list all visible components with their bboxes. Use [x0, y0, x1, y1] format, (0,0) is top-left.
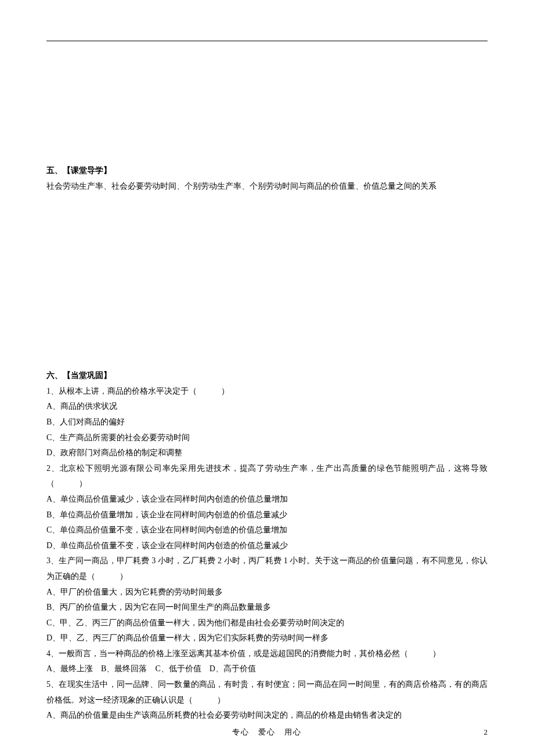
q3-option-d: D、甲、乙、丙三厂的商品价值量一样大，因为它们实际耗费的劳动时间一样多	[46, 631, 488, 646]
q3-option-c: C、甲、乙、丙三厂的商品价值量一样大，因为他们都是由社会必要劳动时间决定的	[46, 615, 488, 631]
q1-stem: 1、从根本上讲，商品的价格水平决定于（ ）	[46, 384, 488, 399]
q1-option-a: A、商品的供求状况	[46, 399, 488, 415]
q1-option-d: D、政府部门对商品价格的制定和调整	[46, 445, 488, 461]
q5-option-a: A、商品的价值量是由生产该商品所耗费的社会必要劳动时间决定的，商品的价格是由销售…	[46, 708, 488, 723]
q2-stem: 2、北京松下照明光源有限公司率先采用先进技术，提高了劳动生产率，生产出高质量的绿…	[46, 461, 488, 492]
q3-option-a: A、甲厂的价值量大，因为它耗费的劳动时间最多	[46, 585, 488, 600]
q1-option-b: B、人们对商品的偏好	[46, 415, 488, 430]
q2-option-d: D、单位商品价值量不变，该企业在同样时间内创造的价值总量减少	[46, 538, 488, 554]
q3-option-b: B、丙厂的价值量大，因为它在同一时间里生产的商品数量最多	[46, 600, 488, 615]
q2-option-b: B、单位商品价值量增加，该企业在同样时间内创造的价值总量减少	[46, 507, 488, 523]
q3-stem: 3、生产同一商品，甲厂耗费 3 小时，乙厂耗费 2 小时，丙厂耗费 1 小时。关…	[46, 553, 488, 584]
q4-stem: 4、一般而言，当一种商品的价格上涨至远离其基本价值，或是远超国民的消费能力时，其…	[46, 646, 488, 662]
section-5-heading: 五、【课堂导学】	[46, 163, 488, 179]
q2-option-c: C、单位商品价值量不变，该企业在同样时间内创造的价值总量增加	[46, 523, 488, 538]
footer-motto: 专心 爱心 用心	[0, 725, 534, 740]
page-number: 2	[484, 725, 488, 740]
q1-option-c: C、生产商品所需要的社会必要劳动时间	[46, 430, 488, 446]
q5-stem: 5、在现实生活中，同一品牌、同一数量的商品，有时贵，有时便宜；同一商品在同一时间…	[46, 677, 488, 708]
q4-options: A、最终上涨 B、最终回落 C、低于价值 D、高于价值	[46, 661, 488, 677]
horizontal-rule	[46, 41, 488, 41]
section-5-text: 社会劳动生产率、社会必要劳动时间、个别劳动生产率、个别劳动时间与商品的价值量、价…	[46, 179, 488, 195]
section-6-heading: 六、【当堂巩固】	[46, 368, 488, 384]
q2-option-a: A、单位商品价值量减少，该企业在同样时间内创造的价值总量增加	[46, 492, 488, 507]
